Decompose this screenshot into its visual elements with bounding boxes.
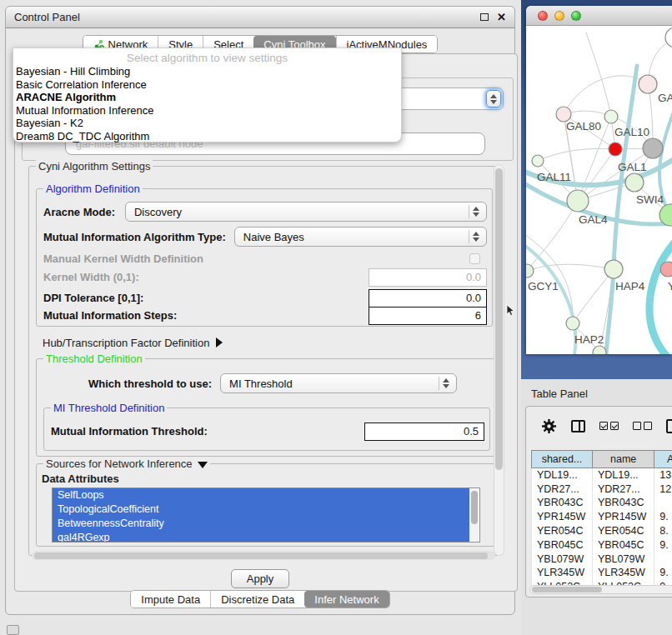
- table-cell[interactable]: YBL079W: [532, 552, 593, 566]
- table-row[interactable]: YLR345WYLR345W9.: [532, 566, 672, 580]
- minimize-traffic-light-icon[interactable]: [554, 11, 564, 21]
- table-cell[interactable]: 13: [654, 468, 672, 482]
- table-row[interactable]: YBR045CYBR045C9.: [532, 538, 672, 552]
- network-edge-highlighted[interactable]: [606, 66, 637, 354]
- network-node[interactable]: [609, 142, 622, 156]
- sources-title[interactable]: Sources for Network Inference: [43, 458, 210, 470]
- network-node[interactable]: [593, 346, 606, 354]
- manual-kernel-checkbox[interactable]: [469, 253, 480, 264]
- network-edge[interactable]: [573, 269, 614, 323]
- table-row[interactable]: YBL079WYBL079W: [532, 552, 672, 566]
- table-cell[interactable]: YLR345W: [592, 566, 654, 580]
- attribute-item-betweennesscentrality[interactable]: BetweennessCentrality: [53, 517, 469, 531]
- table-cell[interactable]: 9.: [654, 566, 672, 580]
- table-cell[interactable]: YDL19...: [592, 468, 654, 482]
- gear-icon[interactable]: [541, 418, 557, 434]
- network-node[interactable]: [604, 110, 618, 123]
- tab-infer-network[interactable]: Infer Network: [304, 591, 389, 608]
- mi-steps-field[interactable]: 6: [369, 307, 487, 325]
- network-node[interactable]: [532, 155, 544, 167]
- table-cell[interactable]: 9.: [654, 510, 672, 524]
- table-cell[interactable]: YLR345W: [532, 566, 593, 580]
- table-cell[interactable]: YPR145W: [592, 510, 654, 524]
- zoom-traffic-light-icon[interactable]: [571, 11, 581, 21]
- table-cell[interactable]: YER054C: [592, 524, 654, 538]
- table-cell[interactable]: YDR27...: [532, 482, 593, 496]
- unselect-all-columns-icon[interactable]: [633, 422, 652, 430]
- network-edge[interactable]: [526, 234, 573, 323]
- apply-button[interactable]: Apply: [231, 569, 289, 588]
- attributes-scrollbar[interactable]: [469, 489, 479, 541]
- combo-stepper-focused[interactable]: [486, 90, 501, 108]
- tab-impute-data[interactable]: Impute Data: [131, 591, 210, 608]
- network-window-titlebar[interactable]: [526, 6, 672, 26]
- table-row[interactable]: YDL19...YDL19...13: [532, 468, 672, 482]
- popup-item-bayesian-k2[interactable]: Bayesian - K2: [13, 117, 401, 130]
- dock-panel-chip[interactable]: [7, 625, 19, 635]
- network-node[interactable]: [567, 190, 589, 212]
- popup-item-aracne-algorithm[interactable]: ARACNE Algorithm: [13, 91, 401, 104]
- settings-vertical-scrollbar[interactable]: [494, 164, 504, 556]
- popup-item-dream8-dc-tdc-algorithm[interactable]: Dream8 DC_TDC Algorithm: [13, 130, 401, 143]
- tab-discretize-data[interactable]: Discretize Data: [210, 591, 304, 608]
- float-window-icon[interactable]: [480, 13, 489, 21]
- network-node[interactable]: [526, 264, 534, 278]
- network-node[interactable]: [660, 262, 672, 277]
- table-cell[interactable]: YBR045C: [532, 538, 593, 552]
- dpi-tolerance-field[interactable]: 0.0: [369, 289, 487, 308]
- network-node[interactable]: [625, 173, 644, 192]
- collapse-down-icon[interactable]: [198, 462, 208, 468]
- popup-item-mutual-information-inference[interactable]: Mutual Information Inference: [13, 104, 401, 118]
- settings-horizontal-scrollbar[interactable]: [32, 551, 495, 560]
- mi-threshold-field[interactable]: 0.5: [364, 422, 484, 441]
- column-header-shared[interactable]: shared...: [532, 451, 593, 468]
- network-edge[interactable]: [586, 32, 611, 117]
- network-node[interactable]: [604, 260, 623, 278]
- aracne-mode-combo[interactable]: Discovery: [125, 202, 487, 222]
- table-cell[interactable]: YPR145W: [532, 510, 593, 524]
- which-threshold-combo[interactable]: MI Threshold: [220, 373, 457, 393]
- show-columns-icon[interactable]: [571, 420, 585, 432]
- mi-type-combo[interactable]: Naive Bayes: [234, 227, 487, 247]
- network-edge-highlighted[interactable]: [649, 242, 672, 354]
- table-cell[interactable]: 8.: [654, 524, 672, 538]
- hub-definition-row[interactable]: Hub/Transcription Factor Definition: [43, 335, 223, 350]
- table-row[interactable]: YBR043CYBR043C: [532, 496, 672, 510]
- attribute-item-topologicalcoefficient[interactable]: TopologicalCoefficient: [53, 502, 469, 517]
- attribute-item-gal4rgexp[interactable]: gal4RGexp: [53, 531, 469, 542]
- table-cell[interactable]: YBR043C: [592, 496, 654, 510]
- table-horizontal-scrollbar[interactable]: [529, 585, 672, 594]
- close-traffic-light-icon[interactable]: [538, 11, 548, 21]
- network-edge-highlighted[interactable]: [526, 244, 575, 354]
- table-cell[interactable]: YER054C: [532, 524, 593, 538]
- network-node[interactable]: [639, 75, 657, 93]
- table-row[interactable]: YDR27...YDR27...12: [532, 482, 672, 496]
- popup-item-bayesian-hill-climbing[interactable]: Bayesian - Hill Climbing: [13, 65, 401, 78]
- network-node[interactable]: [643, 138, 663, 158]
- data-attributes-list[interactable]: SelfLoopsTopologicalCoefficientBetweenne…: [52, 488, 480, 542]
- table-cell[interactable]: YBR043C: [532, 496, 593, 510]
- table-cell[interactable]: YDR27...: [592, 482, 654, 496]
- expand-right-icon[interactable]: [216, 338, 223, 348]
- table-cell[interactable]: YDL19...: [532, 468, 593, 482]
- table-cell[interactable]: [654, 496, 672, 510]
- network-node[interactable]: [665, 28, 672, 48]
- table-row[interactable]: YPR145WYPR145W9.: [532, 510, 672, 524]
- select-all-columns-icon[interactable]: [599, 422, 619, 430]
- network-edge[interactable]: [538, 148, 615, 161]
- network-canvas[interactable]: GALGAL80GAL10GAL1GAL11SWI4GAL4GCY1HAP4YH…: [526, 26, 672, 354]
- table-cell[interactable]: 9.: [654, 538, 672, 552]
- table-cell[interactable]: YBL079W: [592, 552, 654, 566]
- network-view-window[interactable]: GALGAL80GAL10GAL1GAL11SWI4GAL4GCY1HAP4YH…: [526, 6, 672, 354]
- column-header-name[interactable]: name: [592, 451, 654, 468]
- table-cell[interactable]: 12: [654, 482, 672, 496]
- node-table[interactable]: shared...nameA YDL19...YDL19...13YDR27..…: [531, 450, 672, 594]
- network-node[interactable]: [566, 317, 579, 330]
- popup-item-basic-correlation-inference[interactable]: Basic Correlation Inference: [13, 78, 401, 92]
- function-builder-icon[interactable]: [666, 419, 672, 433]
- kernel-width-field[interactable]: 0.0: [369, 268, 487, 287]
- attribute-item-selfloops[interactable]: SelfLoops: [53, 488, 469, 502]
- column-header-a[interactable]: A: [654, 451, 672, 468]
- network-edge[interactable]: [527, 201, 578, 271]
- table-row[interactable]: YER054CYER054C8.: [532, 524, 672, 538]
